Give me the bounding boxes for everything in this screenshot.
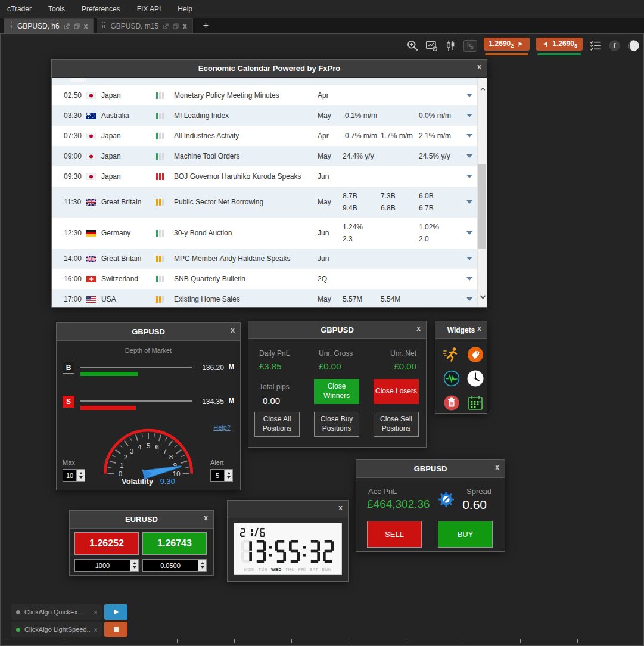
widgets-panel[interactable]: Widgets x xyxy=(435,321,487,414)
dom-titlebar[interactable]: GBPUSD x xyxy=(57,323,240,341)
close-icon[interactable]: x xyxy=(204,514,208,521)
buy-side-button[interactable]: B xyxy=(63,362,74,374)
calendar-event-row[interactable]: 03:30 Australia MI Leading Index May -0.… xyxy=(52,105,477,126)
pnl-titlebar[interactable]: GBPUSD x xyxy=(248,321,426,339)
stepper-arrows-icon[interactable] xyxy=(198,560,206,571)
popout-icon[interactable] xyxy=(163,23,169,29)
calendar-event-row[interactable]: 09:00 Japan Machine Tool Orders May 24.4… xyxy=(52,146,477,166)
sell-side-button[interactable]: S xyxy=(63,396,74,408)
menu-tools[interactable]: Tools xyxy=(48,5,65,13)
sell-button[interactable]: SELL xyxy=(367,521,422,548)
checklist-icon[interactable] xyxy=(589,39,602,52)
close-icon[interactable]: x xyxy=(477,325,481,332)
cbot-lightspeed[interactable]: ClickAlgo LightSpeed... x xyxy=(11,622,102,637)
close-icon[interactable]: x xyxy=(477,63,481,70)
row-expand-icon[interactable] xyxy=(462,297,477,301)
event-period: May xyxy=(318,295,343,303)
calendar-event-row[interactable]: 16:00 Switzerland SNB Quarterly Bulletin… xyxy=(52,269,477,289)
widgets-titlebar[interactable]: Widgets x xyxy=(435,321,487,339)
economic-calendar-panel[interactable]: Economic Calendar Powered by FxPro x 02:… xyxy=(51,59,487,308)
buy-button[interactable]: BUY xyxy=(438,521,493,548)
calendar-event-row[interactable]: 02:50 Japan Monetary Policy Meeting Minu… xyxy=(52,85,477,105)
close-icon[interactable]: x xyxy=(495,464,499,471)
step-stepper[interactable]: 0.0500 xyxy=(142,559,207,572)
trade-titlebar[interactable]: GBPUSD x xyxy=(356,460,505,478)
sell-price-badge[interactable]: 1.26902 xyxy=(484,38,530,51)
calendar-event-row[interactable]: 12:30 Germany 30-y Bond Auction Jun 1.24… xyxy=(52,218,477,249)
tab-gbpusd-m15[interactable]: GBPUSD, m15 x xyxy=(97,18,192,33)
settings-gear-icon[interactable] xyxy=(437,490,455,508)
row-expand-icon[interactable] xyxy=(462,114,477,117)
menu-preferences[interactable]: Preferences xyxy=(82,5,120,13)
dom-volatility-panel[interactable]: GBPUSD x Depth of Market B 136.20 M S xyxy=(56,322,241,490)
row-expand-icon[interactable] xyxy=(462,231,477,235)
row-expand-icon[interactable] xyxy=(462,257,477,260)
close-icon[interactable]: x xyxy=(231,327,235,334)
tab-gbpusd-h6[interactable]: GBPUSD, h6 x xyxy=(4,18,94,33)
row-expand-icon[interactable] xyxy=(462,154,477,158)
chart-workspace[interactable]: h6 1.26902 1.26908 f Economic Calendar P… xyxy=(0,33,644,646)
calendar-event-row[interactable]: 17:00 USA Existing Home Sales May 5.57M … xyxy=(52,289,477,307)
cbot-quickfx[interactable]: ClickAlgo QuickFx... x xyxy=(11,604,102,620)
close-sell-positions-button[interactable]: Close Sell Positions xyxy=(374,412,419,437)
tab-close-icon[interactable]: x xyxy=(183,22,187,30)
calendar-titlebar[interactable]: Economic Calendar Powered by FxPro x xyxy=(52,60,487,77)
cbot-close-icon[interactable]: x xyxy=(94,608,98,616)
cbot-stop-button[interactable] xyxy=(104,622,127,637)
calendar-scrollbar[interactable] xyxy=(477,78,487,307)
calendar-widget-icon[interactable] xyxy=(466,394,484,412)
row-expand-icon[interactable] xyxy=(462,200,477,204)
trash-widget-icon[interactable] xyxy=(443,394,461,412)
cbot-close-icon[interactable]: x xyxy=(94,626,98,633)
popout-icon[interactable] xyxy=(64,23,70,29)
close-icon[interactable]: x xyxy=(416,325,421,332)
pulse-widget-icon[interactable] xyxy=(443,369,461,387)
scroll-up-icon[interactable] xyxy=(478,83,487,95)
row-expand-icon[interactable] xyxy=(462,175,477,178)
clock-titlebar[interactable]: x xyxy=(228,501,348,518)
eurusd-sell-price-button[interactable]: 1.26252 xyxy=(74,532,139,555)
price-tag-widget-icon[interactable] xyxy=(466,346,484,364)
scrollbar-thumb[interactable] xyxy=(478,164,486,249)
close-winners-button[interactable]: Close Winners xyxy=(314,379,359,404)
close-icon[interactable]: x xyxy=(338,504,343,511)
zoom-icon[interactable] xyxy=(406,39,419,52)
chart-options-icon[interactable] xyxy=(425,39,438,52)
row-expand-icon[interactable] xyxy=(462,277,477,281)
duplicate-icon[interactable] xyxy=(74,23,80,29)
calendar-event-row[interactable]: 07:30 Japan All Industries Activity Apr … xyxy=(52,126,477,146)
row-expand-icon[interactable] xyxy=(462,134,477,138)
scroll-down-icon[interactable] xyxy=(478,290,487,302)
trade-panel[interactable]: GBPUSD x Acc PnL £464,302.36 Spread 0.60… xyxy=(356,459,505,552)
eurusd-titlebar[interactable]: EURUSD x xyxy=(70,511,213,529)
calendar-event-row[interactable]: 14:00 Great Britain MPC Member Andy Hald… xyxy=(52,249,477,269)
calendar-event-row[interactable]: 11:30 Great Britain Public Sector Net Bo… xyxy=(52,187,477,218)
tab-close-icon[interactable]: x xyxy=(84,22,88,30)
lcd-clock-panel[interactable]: x MONTUEWEDTHUFRISATSUN xyxy=(227,500,349,582)
pnl-panel[interactable]: GBPUSD x Daily PnL £3.85 Unr. Gross £0.0… xyxy=(248,321,427,448)
new-tab-button[interactable]: + xyxy=(196,20,216,33)
community-icon[interactable] xyxy=(627,39,640,52)
buy-price-badge[interactable]: 1.26908 xyxy=(536,38,583,51)
close-losers-button[interactable]: Close Losers xyxy=(374,379,419,404)
close-buy-positions-button[interactable]: Close Buy Positions xyxy=(314,412,359,437)
help-link[interactable]: Help? xyxy=(213,424,231,431)
cbot-start-button[interactable] xyxy=(104,604,127,620)
runner-widget-icon[interactable] xyxy=(443,346,461,364)
row-expand-icon[interactable] xyxy=(462,94,477,97)
clock-widget-icon[interactable] xyxy=(466,369,484,387)
calendar-event-row[interactable]: 09:30 Japan BOJ Governor Haruhiko Kuroda… xyxy=(52,166,477,187)
volume-stepper[interactable]: 1000 xyxy=(74,559,139,572)
eurusd-buy-price-button[interactable]: 1.26743 xyxy=(142,532,207,555)
stepper-arrows-icon[interactable] xyxy=(130,560,138,571)
close-all-positions-button[interactable]: Close All Positions xyxy=(254,412,300,437)
menu-help[interactable]: Help xyxy=(178,5,192,13)
menu-fix-api[interactable]: FIX API xyxy=(137,5,161,13)
menu-ctrader[interactable]: cTrader xyxy=(7,5,32,13)
candlestick-icon[interactable] xyxy=(444,39,457,52)
timeframe-badge[interactable]: h6 xyxy=(463,40,477,52)
facebook-icon[interactable]: f xyxy=(608,39,621,52)
eurusd-panel[interactable]: EURUSD x 1.26252 1.26743 1000 0.0500 xyxy=(69,510,214,576)
duplicate-icon[interactable] xyxy=(173,23,179,29)
chart-time-axis[interactable] xyxy=(5,639,639,643)
